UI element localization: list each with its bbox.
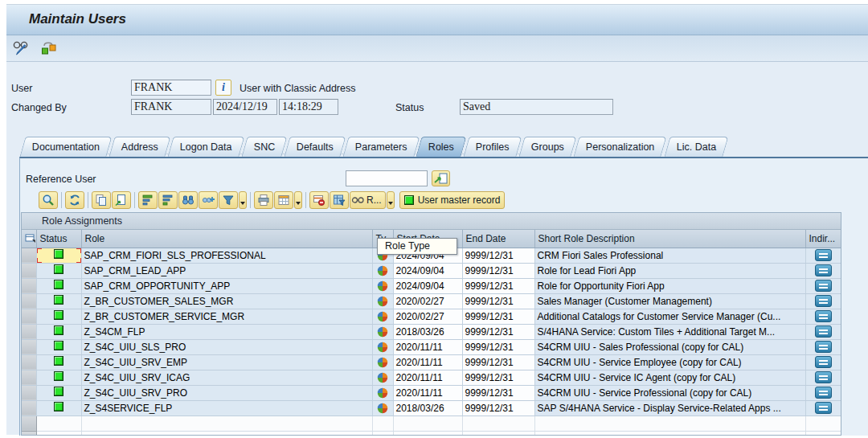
indirect-cell[interactable] [805,324,841,339]
role-type-cell[interactable] [372,278,393,293]
role-cell[interactable] [81,415,372,431]
export-dropdown[interactable] [294,191,302,209]
start-date-cell[interactable]: 2024/09/04 [393,278,462,293]
row-selector[interactable] [22,309,36,324]
user-master-record-button[interactable]: User master record [399,191,506,209]
details-button[interactable] [39,191,58,209]
find-button[interactable] [178,191,198,209]
role-type-cell[interactable] [372,385,393,400]
references-button[interactable] [39,39,59,58]
description-cell[interactable] [534,431,805,436]
tab-address[interactable]: Address [108,137,170,157]
end-date-cell[interactable] [462,431,534,436]
indirect-assignment-button[interactable] [815,387,832,399]
reference-user-matchcode-button[interactable] [432,170,450,186]
role-cell[interactable]: Z_S4SERVICE_FLP [81,400,372,415]
end-date-cell[interactable]: 9999/12/31 [462,400,534,415]
tab-defaults[interactable]: Defaults [284,137,346,157]
role-cell[interactable]: Z_S4C_UIU_SLS_PRO [81,339,372,354]
role-cell[interactable]: Z_S4CM_FLP [81,324,372,339]
role-type-cell[interactable] [372,293,393,309]
role-type-cell[interactable] [372,400,393,415]
indirect-assignment-button[interactable] [815,295,832,307]
indirect-assignment-button[interactable] [815,402,832,414]
indirect-assignment-button[interactable] [815,310,832,322]
start-date-cell[interactable]: 2020/11/11 [393,354,462,370]
end-date-cell[interactable]: 9999/12/31 [462,248,534,263]
row-selector[interactable] [22,400,36,415]
status-cell[interactable] [36,278,81,293]
indirect-assignment-button[interactable] [815,325,832,338]
role-cell[interactable]: SAP_CRM_LEAD_APP [81,263,372,278]
row-selector[interactable] [22,293,36,309]
user-info-button[interactable]: i [215,80,231,96]
role-type-cell[interactable] [372,309,393,324]
role-cell[interactable]: Z_S4C_UIU_SRV_ICAG [81,370,372,385]
role-cell[interactable]: SAP_CRM_OPPORTUNITY_APP [81,278,372,293]
end-date-cell[interactable]: 9999/12/31 [462,370,534,385]
status-cell[interactable] [36,309,81,324]
status-cell[interactable] [36,415,81,431]
description-cell[interactable]: SAP S/4HANA Service - Display Service-Re… [534,400,805,415]
row-selector[interactable] [22,248,36,263]
description-cell[interactable] [534,415,805,431]
indirect-cell[interactable] [805,293,841,309]
indirect-cell[interactable] [805,431,841,436]
column-header-role[interactable]: Role [81,230,372,248]
copy-text-button[interactable] [92,191,111,209]
choose-layout-button[interactable] [330,191,349,209]
row-selector[interactable] [22,324,36,339]
status-cell[interactable] [36,263,81,278]
sort-descending-button[interactable] [158,191,178,209]
indirect-cell[interactable] [805,354,841,370]
role-type-cell[interactable] [372,370,393,385]
tab-logon-data[interactable]: Logon Data [167,137,244,157]
row-selector[interactable] [22,354,36,370]
indirect-cell[interactable] [805,278,841,293]
column-header-indirect[interactable]: Indir... [805,230,841,248]
start-date-cell[interactable]: 2020/02/27 [393,309,462,324]
column-header-status[interactable]: Status [36,230,81,248]
row-selector[interactable] [22,339,36,354]
set-filter-button[interactable] [219,191,238,209]
description-cell[interactable]: S4CRM UIU - Sales Professional (copy for… [534,339,805,354]
description-cell[interactable]: Additional Catalogs for Customer Service… [534,309,805,324]
indirect-cell[interactable] [805,248,841,263]
role-cell[interactable]: Z_BR_CUSTOMER_SALES_MGR [81,293,372,309]
tab-parameters[interactable]: Parameters [342,137,420,157]
row-selector[interactable] [22,370,36,385]
changed-by-field[interactable] [131,99,211,115]
tab-lic-data[interactable]: Lic. Data [664,137,729,157]
indirect-cell[interactable] [805,370,841,385]
tab-documentation[interactable]: Documentation [19,137,112,157]
status-cell[interactable] [36,339,81,354]
indirect-cell[interactable] [805,385,841,400]
description-cell[interactable]: Sales Manager (Customer Management) [534,293,805,309]
display-change-button[interactable] [11,39,32,58]
role-type-cell[interactable] [372,339,393,354]
refresh-button[interactable] [65,191,84,209]
row-selector[interactable] [22,278,36,293]
indirect-assignment-button[interactable] [815,371,832,383]
indirect-assignment-button[interactable] [815,356,832,368]
start-date-cell[interactable] [393,431,462,436]
end-date-cell[interactable]: 9999/12/31 [462,324,534,339]
user-field[interactable] [131,80,211,96]
role-type-cell[interactable] [372,415,393,431]
status-cell[interactable] [36,385,81,400]
find-next-button[interactable] [199,191,218,209]
status-cell[interactable] [36,293,81,309]
end-date-cell[interactable]: 9999/12/31 [462,309,534,324]
role-type-cell[interactable] [372,324,393,339]
start-date-cell[interactable]: 2020/02/27 [393,293,462,309]
role-type-cell[interactable] [372,263,393,278]
start-date-cell[interactable]: 2018/03/26 [393,324,462,339]
description-cell[interactable]: Role for Opportunity Fiori App [534,278,805,293]
end-date-cell[interactable]: 9999/12/31 [462,263,534,278]
delete-filter-button[interactable] [309,191,329,209]
indirect-assignment-button[interactable] [815,249,832,261]
column-header-end-date[interactable]: End Date [462,230,534,248]
start-date-cell[interactable]: 2024/09/04 [393,263,462,278]
end-date-cell[interactable] [462,415,534,431]
indirect-assignment-button[interactable] [815,280,832,292]
